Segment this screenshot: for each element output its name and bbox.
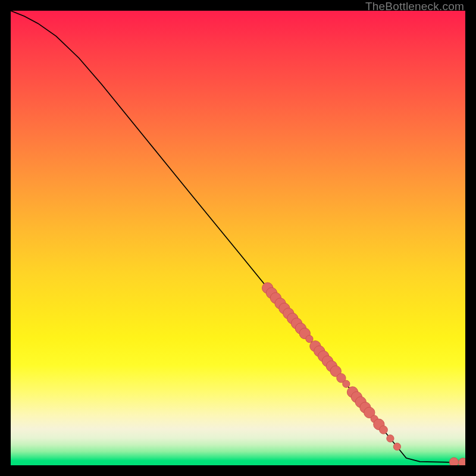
data-marker (393, 443, 400, 450)
plot-area (11, 11, 465, 465)
data-marker (459, 458, 465, 465)
chart-stage: TheBottleneck.com (0, 0, 476, 476)
chart-svg (11, 11, 465, 465)
data-marker (449, 458, 458, 465)
bottleneck-curve (11, 11, 465, 462)
data-marker (306, 335, 313, 342)
data-markers (262, 283, 465, 465)
data-marker (387, 435, 394, 442)
data-marker (343, 380, 350, 387)
data-marker (380, 426, 388, 434)
